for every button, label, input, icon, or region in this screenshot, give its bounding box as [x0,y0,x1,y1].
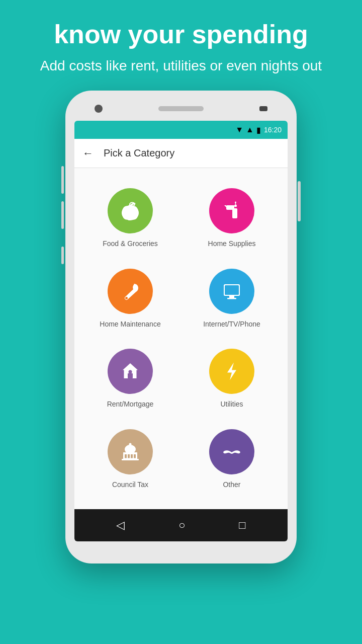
nav-recent-button[interactable]: □ [239,519,245,532]
category-item-food-groceries[interactable]: Food & Groceries [79,178,181,259]
front-camera [95,105,103,113]
rent-mortgage-icon [108,349,153,394]
home-supplies-label: Home Supplies [208,239,256,248]
back-button[interactable]: ← [82,147,94,160]
svg-rect-20 [125,454,127,458]
hero-subtitle: Add costs like rent, utilities or even n… [40,56,322,75]
battery-icon: ▮ [256,125,261,135]
volume-up-button [61,166,64,194]
home-supplies-icon [209,188,254,233]
utilities-icon [209,349,254,394]
category-item-home-maintenance[interactable]: Home Maintenance [79,259,181,339]
volume-down-button [61,201,64,229]
category-item-utilities[interactable]: Utilities [181,339,283,419]
home-maintenance-icon [108,269,153,314]
nav-home-button[interactable]: ○ [178,519,185,532]
svg-point-2 [130,206,139,220]
category-item-home-supplies[interactable]: Home Supplies [181,178,283,259]
phone-speaker [158,106,204,111]
left-button [61,247,64,264]
power-button [298,181,301,221]
status-time: 16:20 [264,126,282,134]
council-tax-label: Council Tax [112,480,148,489]
signal-icon: ▲ [246,125,254,134]
category-item-rent-mortgage[interactable]: Rent/Mortgage [79,339,181,419]
food-groceries-label: Food & Groceries [103,239,158,248]
app-bar-title: Pick a Category [104,147,174,159]
svg-rect-17 [128,373,133,378]
other-icon [209,429,254,474]
status-bar: ▼ ▲ ▮ 16:20 [74,121,288,139]
hero-title: know your spending [40,20,322,49]
rent-mortgage-label: Rent/Mortgage [107,400,154,408]
svg-point-10 [235,202,236,203]
svg-rect-14 [229,296,234,298]
phone-top-bar [74,100,288,118]
svg-point-8 [234,205,237,207]
svg-point-27 [129,443,132,445]
svg-point-18 [129,370,132,374]
svg-rect-23 [134,454,136,458]
home-maintenance-label: Home Maintenance [100,320,160,328]
other-label: Other [223,480,240,489]
internet-tv-phone-label: Internet/TV/Phone [203,320,260,328]
wifi-icon: ▼ [235,125,243,134]
internet-tv-phone-icon [209,269,254,314]
category-item-council-tax[interactable]: Council Tax [79,419,181,500]
svg-rect-15 [227,298,236,299]
category-item-internet-tv-phone[interactable]: Internet/TV/Phone [181,259,283,339]
svg-rect-5 [232,208,237,218]
phone-sensor [259,106,267,111]
council-tax-icon [108,429,153,474]
hero-section: know your spending Add costs like rent, … [10,0,352,91]
nav-back-button[interactable]: ◁ [116,519,125,532]
utilities-label: Utilities [220,400,243,408]
phone-frame: ▼ ▲ ▮ 16:20 ← Pick a Category [65,91,297,564]
app-bar: ← Pick a Category [74,139,288,168]
category-grid: Food & Groceries Home Supp [74,168,288,509]
category-item-other[interactable]: Other [181,419,283,500]
status-icons: ▼ ▲ ▮ [235,125,261,135]
food-groceries-icon [108,188,153,233]
svg-rect-22 [131,454,133,458]
phone-screen: ▼ ▲ ▮ 16:20 ← Pick a Category [74,121,288,541]
svg-point-16 [231,291,233,293]
bottom-nav-bar: ◁ ○ □ [74,509,288,541]
svg-rect-7 [232,205,234,209]
svg-point-11 [125,297,128,299]
svg-rect-28 [122,459,139,460]
svg-rect-21 [128,454,130,458]
